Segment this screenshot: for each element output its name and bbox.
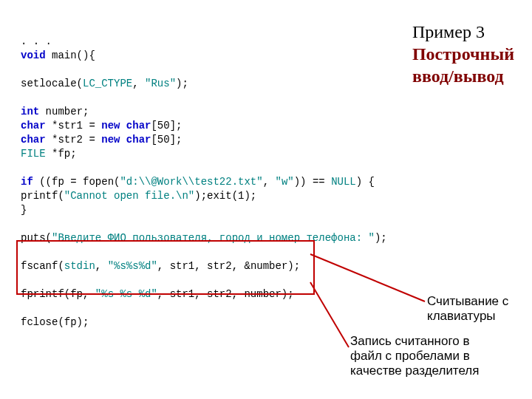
code-text: fclose(fp); xyxy=(21,316,89,328)
str: "d:\\@Work\\test22.txt" xyxy=(120,176,262,188)
slide-title: Пример 3 Построчный ввод/вывод xyxy=(412,21,514,87)
kw-char: char xyxy=(21,120,46,132)
code-text: ) { xyxy=(356,176,375,188)
code-text: );exit(1); xyxy=(194,190,256,202)
blank xyxy=(21,92,27,103)
kw-char: char xyxy=(126,120,151,132)
code-text: *str2 = xyxy=(46,134,102,146)
blank xyxy=(21,162,27,174)
code-text: ); xyxy=(375,232,387,244)
id-null: NULL xyxy=(331,176,356,188)
code-text: *str1 = xyxy=(46,120,102,132)
code-text: number; xyxy=(39,106,89,117)
example-number: Пример 3 xyxy=(412,22,485,41)
str: "w" xyxy=(275,176,293,188)
annotation-keyboard: Считывание с клавиатуры xyxy=(427,294,508,324)
code-text: )) == xyxy=(294,176,331,188)
code-text: *fp; xyxy=(46,148,77,160)
code-text: } xyxy=(21,204,27,216)
str: "Rus" xyxy=(145,78,176,89)
blank xyxy=(21,302,27,314)
code-text: main(){ xyxy=(46,50,95,61)
code-line: . . . xyxy=(21,35,52,47)
ann-text: качестве разделителя xyxy=(350,364,479,378)
ann-text: клавиатуры xyxy=(427,309,496,323)
code-text: setlocale( xyxy=(21,78,83,89)
id-file: FILE xyxy=(21,148,46,160)
sp xyxy=(120,134,126,146)
code-text: ); xyxy=(176,78,188,89)
id-lcctype: LC_CTYPE xyxy=(83,78,132,89)
kw-int: int xyxy=(21,106,39,117)
code-text: [50]; xyxy=(151,134,182,146)
kw-void: void xyxy=(21,50,46,61)
ann-text: Считывание с xyxy=(427,294,508,308)
kw-new: new xyxy=(101,134,120,146)
code-text: , xyxy=(132,78,145,89)
blank xyxy=(21,218,27,230)
kw-char: char xyxy=(126,134,151,146)
kw-new: new xyxy=(101,120,120,132)
blank xyxy=(21,64,27,75)
annotation-file-write: Запись считанного в файл с пробелами в к… xyxy=(350,334,479,378)
code-text: printf( xyxy=(21,190,64,202)
code-text: ((fp = fopen( xyxy=(33,176,120,188)
code-text: [50]; xyxy=(151,120,182,132)
kw-char: char xyxy=(21,134,46,146)
highlight-box xyxy=(16,240,315,295)
code-text: , xyxy=(263,176,276,188)
ann-text: файл с пробелами в xyxy=(350,349,470,363)
ann-text: Запись считанного в xyxy=(350,334,469,348)
title-line1: Построчный xyxy=(412,44,514,64)
kw-if: if xyxy=(21,176,33,188)
title-line2: ввод/вывод xyxy=(412,66,504,86)
str: "Cannot open file.\n" xyxy=(64,190,194,202)
sp xyxy=(120,120,126,132)
